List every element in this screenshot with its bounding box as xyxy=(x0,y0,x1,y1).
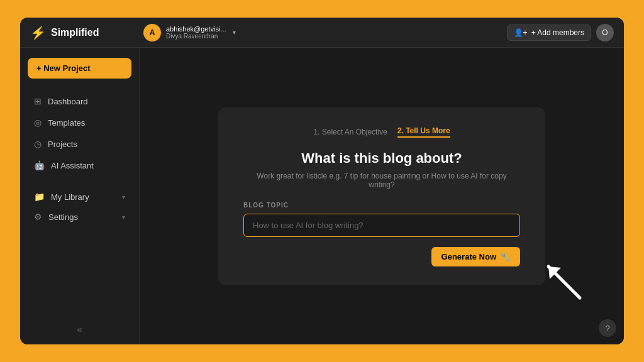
logo-area: ⚡ Simplified xyxy=(30,25,143,40)
new-project-button[interactable]: + New Project xyxy=(28,58,131,79)
top-bar: ⚡ Simplified A abhishek@getvisi... Divya… xyxy=(20,18,624,48)
sidebar: + New Project ⊞ Dashboard ◎ Templates ◷ … xyxy=(20,48,140,344)
projects-icon: ◷ xyxy=(34,139,42,149)
ai-assistant-icon: 🤖 xyxy=(34,160,45,170)
top-bar-avatar[interactable]: O xyxy=(596,24,614,41)
content-area: 1. Select An Objective 2. Tell Us More W… xyxy=(140,48,624,344)
blog-card: 1. Select An Objective 2. Tell Us More W… xyxy=(218,107,545,285)
user-dropdown-chevron[interactable]: ▾ xyxy=(233,29,236,36)
main-layout: + New Project ⊞ Dashboard ◎ Templates ◷ … xyxy=(20,48,624,344)
sidebar-item-projects[interactable]: ◷ Projects xyxy=(28,134,131,154)
sidebar-item-dashboard[interactable]: ⊞ Dashboard xyxy=(28,91,131,111)
sidebar-label-dashboard: Dashboard xyxy=(48,97,88,106)
user-email: abhishek@getvisi... xyxy=(166,25,226,33)
help-button[interactable]: ? xyxy=(599,319,616,337)
sidebar-item-my-library[interactable]: 📁 My Library ▾ xyxy=(28,187,131,207)
blog-topic-input[interactable] xyxy=(243,214,520,237)
card-title: What is this blog about? xyxy=(243,150,520,167)
arrow-indicator xyxy=(536,254,586,307)
add-members-label: + Add members xyxy=(531,28,584,37)
sidebar-nav: ⊞ Dashboard ◎ Templates ◷ Projects 🤖 AI … xyxy=(28,91,131,317)
steps-row: 1. Select An Objective 2. Tell Us More xyxy=(243,126,520,138)
sidebar-item-settings[interactable]: ⚙ Settings ▾ xyxy=(28,207,131,227)
sidebar-item-ai-assistant[interactable]: 🤖 AI Assistant xyxy=(28,155,131,175)
dashboard-icon: ⊞ xyxy=(34,96,42,106)
generate-now-button[interactable]: Generate Now 🔧 xyxy=(431,247,520,266)
library-icon: 📁 xyxy=(34,192,45,202)
add-members-icon: 👤+ xyxy=(514,28,528,37)
settings-icon: ⚙ xyxy=(34,212,42,222)
settings-chevron-icon: ▾ xyxy=(122,214,125,221)
user-info: abhishek@getvisi... Divya Raveendran xyxy=(166,25,226,40)
collapse-button[interactable]: « xyxy=(77,324,82,334)
app-window: ⚡ Simplified A abhishek@getvisi... Divya… xyxy=(20,18,624,344)
step-1[interactable]: 1. Select An Objective xyxy=(313,128,387,136)
step-2[interactable]: 2. Tell Us More xyxy=(397,126,450,138)
logo-icon: ⚡ xyxy=(30,25,46,40)
library-chevron-icon: ▾ xyxy=(122,194,125,200)
blog-topic-label: BLOG TOPIC xyxy=(243,202,520,209)
sidebar-label-projects: Projects xyxy=(48,140,77,149)
app-name: Simplified xyxy=(51,27,99,38)
my-library-left: 📁 My Library xyxy=(34,192,89,202)
sidebar-bottom: « xyxy=(28,317,131,334)
top-bar-right: 👤+ + Add members O xyxy=(507,24,614,41)
card-subtitle: Work great for listicle e.g. 7 tip for h… xyxy=(243,172,520,189)
templates-icon: ◎ xyxy=(34,118,42,128)
sidebar-item-templates[interactable]: ◎ Templates xyxy=(28,112,131,133)
sidebar-label-ai-assistant: AI Assistant xyxy=(51,161,94,170)
sidebar-label-templates: Templates xyxy=(48,118,85,128)
generate-label: Generate Now xyxy=(441,252,496,261)
sidebar-section: 📁 My Library ▾ ⚙ Settings ▾ xyxy=(28,187,131,227)
user-avatar[interactable]: A xyxy=(143,24,161,41)
user-area: A abhishek@getvisi... Divya Raveendran ▾ xyxy=(143,24,507,41)
sidebar-label-my-library: My Library xyxy=(51,192,89,202)
generate-icon: 🔧 xyxy=(500,252,510,261)
sidebar-label-settings: Settings xyxy=(48,212,78,222)
add-members-button[interactable]: 👤+ + Add members xyxy=(507,25,591,41)
user-name: Divya Raveendran xyxy=(166,33,226,40)
arrow-svg xyxy=(536,254,586,304)
settings-left: ⚙ Settings xyxy=(34,212,78,222)
